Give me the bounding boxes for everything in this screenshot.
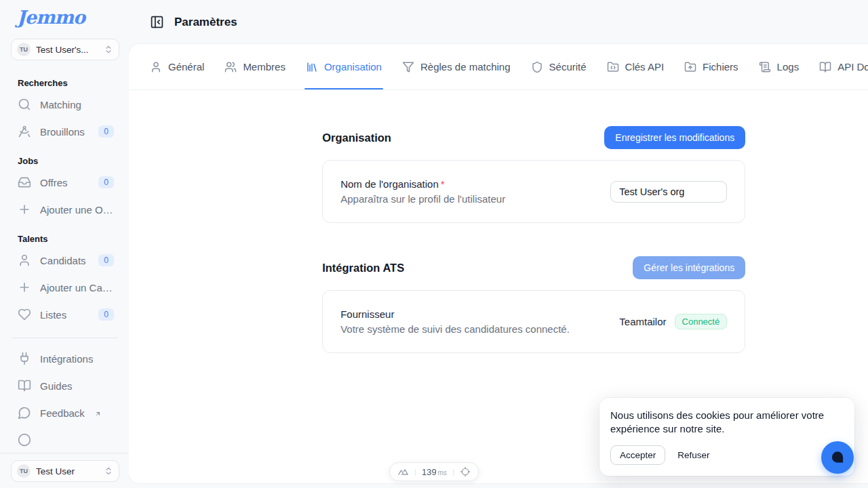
sidebar-item-feedback[interactable]: Feedback bbox=[11, 399, 119, 426]
latency-value: 139ms bbox=[422, 466, 447, 477]
scroll-text-icon bbox=[759, 61, 771, 73]
sidebar-divider bbox=[12, 338, 118, 338]
book-open-icon bbox=[18, 379, 31, 392]
tab-regles-matching[interactable]: Règles de matching bbox=[402, 44, 511, 89]
nuxt-devtools-icon[interactable] bbox=[397, 466, 409, 478]
provider-name: Teamtailor bbox=[619, 316, 666, 327]
locate-icon[interactable] bbox=[460, 466, 471, 477]
brand-logo: Jemmo bbox=[17, 7, 129, 28]
sidebar-item-label: Guides bbox=[40, 380, 73, 392]
tab-label: Membres bbox=[243, 61, 285, 73]
tab-organisation[interactable]: Organisation bbox=[306, 44, 382, 89]
inbox-icon bbox=[18, 176, 31, 189]
section-title-organisation: Organisation bbox=[322, 131, 391, 144]
org-avatar: TU bbox=[17, 43, 31, 56]
plug-icon bbox=[18, 352, 31, 365]
cookie-actions: Accepter Refuser bbox=[610, 445, 844, 465]
nav-section-recherches: Recherches bbox=[18, 78, 119, 88]
tab-logs[interactable]: Logs bbox=[759, 44, 800, 89]
user-icon bbox=[150, 61, 162, 73]
provider-label: Fournisseur bbox=[340, 308, 570, 320]
sidebar-item-ajouter-candidat[interactable]: Ajouter un Can... bbox=[11, 274, 119, 301]
chat-bubble-icon bbox=[829, 449, 846, 466]
library-icon bbox=[306, 61, 318, 73]
tab-label: Logs bbox=[777, 61, 800, 73]
sidebar-item-label: Candidats bbox=[40, 255, 86, 266]
sidebar: Jemmo TU Test User's... Recherches Match… bbox=[0, 0, 129, 488]
divider: | bbox=[452, 468, 454, 476]
sidebar-item-brouillons[interactable]: Brouillons 0 bbox=[11, 118, 119, 145]
nav-section-talents: Talents bbox=[18, 234, 119, 244]
count-badge: 0 bbox=[98, 308, 114, 321]
panel-left-close-icon[interactable] bbox=[150, 15, 164, 29]
organisation-section-header: Organisation Enregistrer les modificatio… bbox=[322, 126, 745, 149]
cookie-banner: Nous utilisons des cookies pour améliore… bbox=[599, 398, 854, 476]
count-badge: 0 bbox=[98, 254, 114, 266]
sidebar-item-offres[interactable]: Offres 0 bbox=[11, 169, 119, 196]
chat-widget-button[interactable] bbox=[821, 441, 854, 474]
field-info: Nom de l'organisation* Apparaîtra sur le… bbox=[340, 178, 505, 205]
count-badge: 0 bbox=[98, 125, 114, 138]
divider: | bbox=[414, 468, 416, 476]
plus-icon bbox=[18, 203, 31, 216]
sidebar-item-integrations[interactable]: Intégrations bbox=[11, 345, 119, 372]
ats-provider-card: Fournisseur Votre système de suivi des c… bbox=[322, 290, 745, 353]
chevrons-up-down-icon bbox=[104, 466, 113, 476]
message-circle-icon bbox=[18, 406, 31, 420]
cookie-message: Nous utilisons des cookies pour améliore… bbox=[610, 409, 844, 436]
sidebar-item-label: Offres bbox=[40, 177, 68, 188]
sidebar-item-label: Feedback bbox=[40, 407, 85, 419]
user-selector-label: Test User bbox=[36, 466, 98, 476]
chevrons-up-down-icon bbox=[104, 45, 113, 54]
sidebar-item-label: Matching bbox=[40, 99, 81, 110]
manage-integrations-button[interactable]: Gérer les intégrations bbox=[633, 256, 745, 279]
section-title-ats: Intégration ATS bbox=[322, 262, 404, 274]
settings-tabs: Général Membres Organisation Règles de m… bbox=[129, 44, 868, 90]
book-open-icon bbox=[819, 61, 831, 73]
search-icon bbox=[18, 98, 31, 111]
external-link-icon bbox=[95, 407, 101, 419]
sidebar-item-label: Ajouter une Off... bbox=[40, 204, 114, 216]
tab-securite[interactable]: Sécurité bbox=[531, 44, 587, 89]
plus-icon bbox=[18, 281, 31, 294]
users-icon bbox=[224, 61, 237, 73]
tab-cles-api[interactable]: Clés API bbox=[607, 44, 665, 89]
refuse-cookies-button[interactable]: Refuser bbox=[675, 446, 712, 464]
provider-help: Votre système de suivi des candidatures … bbox=[340, 323, 570, 335]
count-badge: 0 bbox=[98, 176, 114, 188]
tab-label: Clés API bbox=[625, 61, 665, 73]
tab-label: Organisation bbox=[324, 61, 382, 73]
sidebar-item-label: Brouillons bbox=[40, 126, 85, 138]
user-avatar: TU bbox=[17, 464, 31, 478]
tab-api-documentation[interactable]: API Documentation bbox=[819, 44, 868, 89]
sidebar-item-listes[interactable]: Listes 0 bbox=[11, 301, 119, 328]
sidebar-item-matching[interactable]: Matching bbox=[11, 91, 119, 118]
field-label: Nom de l'organisation* bbox=[340, 178, 505, 190]
tab-label: API Documentation bbox=[837, 61, 868, 73]
tab-general[interactable]: Général bbox=[150, 44, 204, 89]
sidebar-item-ajouter-offre[interactable]: Ajouter une Off... bbox=[11, 196, 119, 223]
save-button[interactable]: Enregistrer les modifications bbox=[604, 126, 745, 149]
tab-label: Fichiers bbox=[703, 61, 738, 73]
organisation-name-input[interactable] bbox=[610, 181, 727, 203]
sidebar-item-partial[interactable] bbox=[11, 426, 119, 453]
org-selector[interactable]: TU Test User's... bbox=[11, 39, 119, 60]
folder-code-icon bbox=[607, 61, 619, 73]
tab-label: Sécurité bbox=[549, 61, 587, 73]
tab-fichiers[interactable]: Fichiers bbox=[684, 44, 738, 89]
heart-icon bbox=[18, 308, 31, 321]
sidebar-item-candidats[interactable]: Candidats 0 bbox=[11, 247, 119, 274]
tab-label: Règles de matching bbox=[420, 61, 511, 73]
accept-cookies-button[interactable]: Accepter bbox=[610, 445, 665, 465]
ats-section-header: Intégration ATS Gérer les intégrations bbox=[322, 256, 745, 279]
drafting-compass-icon bbox=[18, 125, 31, 138]
nav-section-jobs: Jobs bbox=[18, 156, 119, 166]
status-badge: Connecté bbox=[675, 314, 728, 329]
help-circle-icon bbox=[18, 433, 31, 447]
user-selector[interactable]: TU Test User bbox=[11, 460, 119, 482]
sidebar-item-label: Intégrations bbox=[40, 353, 93, 365]
tab-membres[interactable]: Membres bbox=[224, 44, 285, 89]
sidebar-bottom: TU Test User bbox=[0, 453, 129, 488]
sidebar-item-guides[interactable]: Guides bbox=[11, 372, 119, 399]
org-selector-label: Test User's... bbox=[36, 45, 98, 55]
